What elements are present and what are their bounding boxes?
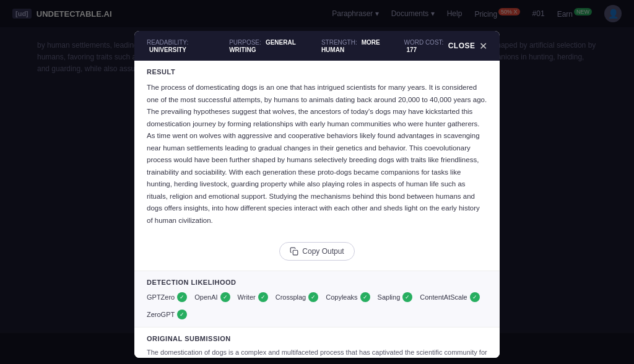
detector-name: GPTZero <box>147 293 175 301</box>
detector-name: OpenAI <box>194 293 217 301</box>
detection-badge-gptzero: GPTZero ✓ <box>147 292 187 302</box>
check-icon: ✓ <box>177 292 187 302</box>
close-button[interactable]: CLOSE ✕ <box>448 40 487 52</box>
detection-section: DETECTION LIKELIHOOD GPTZero ✓ OpenAI ✓ … <box>134 271 500 327</box>
detector-name: ContentAtScale <box>420 293 467 301</box>
check-icon: ✓ <box>308 292 318 302</box>
detection-badge-copyleaks: Copyleaks ✓ <box>326 292 370 302</box>
original-title: ORIGINAL SUBMISSION <box>147 335 487 342</box>
detector-name: Copyleaks <box>326 293 357 301</box>
detection-title: DETECTION LIKELIHOOD <box>147 279 487 286</box>
wordcost-value: 177 <box>406 46 417 53</box>
copy-output-label: Copy Output <box>302 247 344 256</box>
original-text: The domestication of dogs is a complex a… <box>147 347 487 358</box>
check-icon: ✓ <box>402 292 412 302</box>
detection-badge-contentatscale: ContentAtScale ✓ <box>420 292 479 302</box>
result-modal: READABILITY: UNIVERSITY PURPOSE: GENERAL… <box>134 31 500 358</box>
check-icon: ✓ <box>258 292 268 302</box>
check-icon: ✓ <box>177 310 187 319</box>
result-text: The process of domesticating dogs is an … <box>134 79 500 237</box>
readability-label: READABILITY: <box>147 39 188 46</box>
wordcost-label: WORD COST: <box>404 39 443 46</box>
close-icon: ✕ <box>479 40 488 52</box>
detector-name: Sapling <box>378 293 401 301</box>
result-header: RESULT <box>134 61 500 79</box>
strength-meta: STRENGTH: MORE HUMAN <box>321 38 389 53</box>
readability-value: UNIVERSITY <box>149 46 186 53</box>
check-icon: ✓ <box>220 292 230 302</box>
wordcost-meta: WORD COST: 177 <box>404 38 448 53</box>
readability-meta: READABILITY: UNIVERSITY <box>147 38 214 53</box>
svg-rect-0 <box>293 250 298 255</box>
detection-badge-crossplag: Crossplag ✓ <box>276 292 319 302</box>
detection-badge-writer: Writer ✓ <box>238 292 268 302</box>
detector-name: Crossplag <box>276 293 306 301</box>
copy-output-button[interactable]: Copy Output <box>279 242 354 261</box>
detection-badge-openai: OpenAI ✓ <box>194 292 230 302</box>
copy-icon <box>290 247 298 256</box>
detection-badges: GPTZero ✓ OpenAI ✓ Writer ✓ Crossplag ✓ … <box>147 292 487 319</box>
close-label: CLOSE <box>448 41 476 50</box>
detector-name: ZeroGPT <box>147 311 175 318</box>
modal-header: READABILITY: UNIVERSITY PURPOSE: GENERAL… <box>134 31 500 61</box>
strength-label: STRENGTH: <box>321 39 357 46</box>
detector-name: Writer <box>238 293 256 301</box>
modal-meta: READABILITY: UNIVERSITY PURPOSE: GENERAL… <box>147 38 448 53</box>
purpose-label: PURPOSE: <box>229 39 261 46</box>
detection-badge-zerogpt: ZeroGPT ✓ <box>147 310 187 319</box>
check-icon: ✓ <box>470 292 480 302</box>
check-icon: ✓ <box>360 292 370 302</box>
purpose-meta: PURPOSE: GENERAL WRITING <box>229 38 306 53</box>
detection-badge-sapling: Sapling ✓ <box>378 292 413 302</box>
modal-body: RESULT The process of domesticating dogs… <box>134 61 500 358</box>
original-section: ORIGINAL SUBMISSION The domestication of… <box>134 327 500 358</box>
